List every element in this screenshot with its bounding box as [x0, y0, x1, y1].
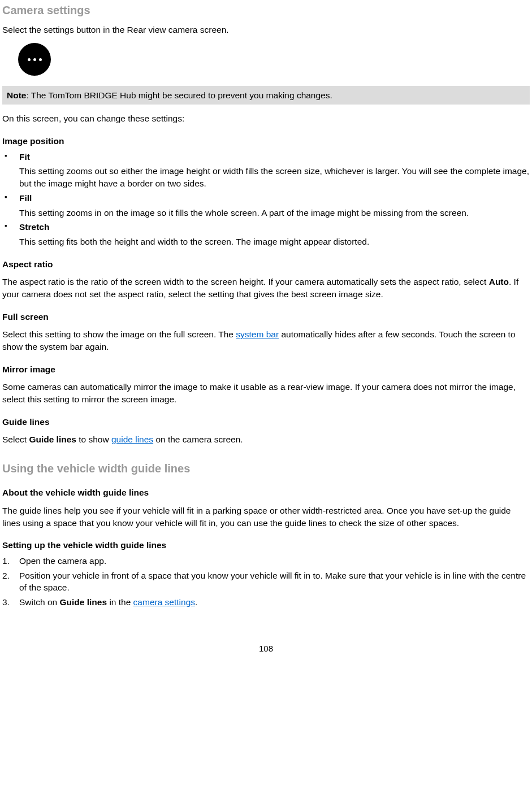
text-span: in the [107, 597, 133, 607]
text-span: Select this setting to show the image on… [2, 329, 236, 339]
step-item: Switch on Guide lines in the camera sett… [2, 596, 530, 609]
heading-full-screen: Full screen [2, 311, 530, 323]
item-title-stretch: Stretch [19, 221, 530, 233]
step-item: Position your vehicle in front of a spac… [2, 570, 530, 594]
about-text: The guide lines help you see if your veh… [2, 505, 530, 529]
link-system-bar[interactable]: system bar [236, 329, 279, 339]
guide-lines-text: Select Guide lines to show guide lines o… [2, 433, 530, 446]
settings-dots-icon [18, 43, 51, 76]
setup-steps: Open the camera app. Position your vehic… [2, 555, 530, 609]
intro-text: Select the settings button in the Rear v… [2, 24, 530, 36]
heading-guide-lines: Guide lines [2, 416, 530, 428]
image-position-list: Fit This setting zooms out so either the… [2, 151, 530, 248]
item-desc: This setting fits both the height and wi… [19, 236, 530, 248]
step-text: Open the camera app. [19, 556, 106, 566]
section-title-camera-settings: Camera settings [2, 2, 530, 18]
full-screen-text: Select this setting to show the image on… [2, 328, 530, 353]
bold-guide-lines: Guide lines [29, 435, 76, 444]
list-item: Fill This setting zooms in on the image … [2, 192, 530, 219]
text-span: on the camera screen. [153, 435, 243, 444]
text-span: Switch on [19, 597, 60, 607]
list-item: Fit This setting zooms out so either the… [2, 151, 530, 190]
lead-text: On this screen, you can change these set… [2, 112, 530, 125]
link-guide-lines[interactable]: guide lines [111, 435, 153, 444]
step-text: Position your vehicle in front of a spac… [19, 571, 526, 593]
heading-setup-guide-lines: Setting up the vehicle width guide lines [2, 539, 530, 552]
text-span: The aspect ratio is the ratio of the scr… [2, 277, 489, 286]
link-camera-settings[interactable]: camera settings [133, 597, 195, 607]
list-item: Stretch This setting fits both the heigh… [2, 221, 530, 247]
text-span: to show [76, 435, 111, 444]
bold-auto: Auto [489, 277, 509, 286]
bold-guide-lines-step: Guide lines [60, 597, 107, 607]
item-title-fit: Fit [19, 151, 530, 163]
page-number: 108 [2, 642, 530, 654]
text-span: Select [2, 435, 29, 444]
aspect-ratio-text: The aspect ratio is the ratio of the scr… [2, 276, 530, 300]
note-box: Note: The TomTom BRIDGE Hub might be sec… [2, 86, 530, 105]
mirror-text: Some cameras can automatically mirror th… [2, 381, 530, 405]
section-title-using-guide-lines: Using the vehicle width guide lines [2, 461, 530, 476]
item-desc: This setting zooms in on the image so it… [19, 207, 530, 219]
note-label: Note [7, 90, 26, 100]
heading-image-position: Image position [2, 135, 530, 147]
heading-aspect-ratio: Aspect ratio [2, 258, 530, 271]
heading-mirror-image: Mirror image [2, 363, 530, 376]
item-title-fill: Fill [19, 192, 530, 205]
item-desc: This setting zooms out so either the ima… [19, 165, 530, 189]
heading-about-guide-lines: About the vehicle width guide lines [2, 487, 530, 499]
step-item: Open the camera app. [2, 555, 530, 567]
text-span: . [195, 597, 197, 607]
note-text: : The TomTom BRIDGE Hub might be secured… [26, 90, 332, 100]
